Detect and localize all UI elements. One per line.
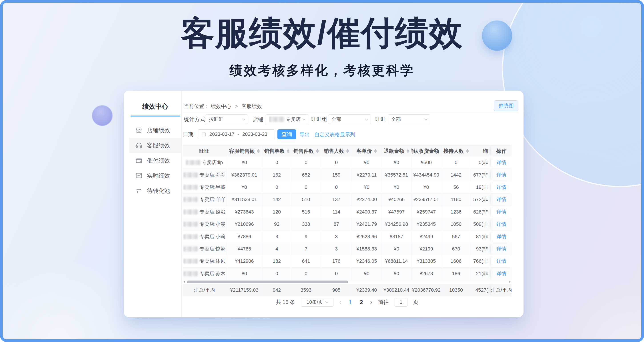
sort-icon[interactable] [287, 149, 290, 153]
detail-link[interactable]: 详情 [496, 221, 506, 228]
cell: ¥34256.98 [382, 218, 412, 230]
redacted-text [184, 222, 198, 227]
filter-label-2: 旺旺组 [311, 114, 327, 124]
horizontal-scrollbar[interactable]: ◂ ▸ [183, 280, 512, 284]
detail-link[interactable]: 详情 [496, 233, 506, 240]
cell: 81(非 [471, 230, 491, 242]
breadcrumb-current: 客服绩效 [242, 103, 262, 109]
sort-icon[interactable] [374, 149, 377, 153]
column-header-销售单数[interactable]: 销售单数 [262, 145, 291, 156]
filter-select-2[interactable]: 全部 [328, 114, 371, 124]
cell: ¥0 [226, 181, 262, 193]
select-value: 全部 [332, 116, 341, 123]
column-header-销售件数[interactable]: 销售件数 [291, 145, 321, 156]
decor-ball-purple [92, 105, 112, 126]
cell: ¥273643 [226, 206, 262, 218]
sort-icon[interactable] [406, 149, 409, 153]
column-header-接待人数[interactable]: 接待人数 [441, 145, 471, 156]
breadcrumb-root[interactable]: 绩效中心 [211, 103, 231, 109]
summary-cell: ¥2117159.03 [226, 284, 262, 296]
detail-link[interactable]: 详情 [496, 270, 506, 277]
cell: ¥2279.11 [352, 169, 382, 181]
page-number-list: 12 [347, 299, 364, 305]
detail-link[interactable]: 详情 [496, 196, 506, 203]
cell: 186 [441, 268, 471, 280]
sort-icon[interactable] [316, 149, 319, 153]
prev-page-button[interactable]: ‹ [339, 298, 341, 307]
summary-cell: 4527( [471, 284, 491, 296]
sort-icon[interactable] [257, 149, 260, 153]
cell: 516 [291, 206, 321, 218]
wangwang-name: 专卖店:嫦娥 [200, 209, 225, 215]
cell: 3 [262, 230, 291, 242]
page-size-select[interactable]: 10条/页 [301, 298, 334, 307]
redacted-text [184, 210, 198, 214]
date-separator: - [238, 131, 239, 137]
scrollbar-thumb[interactable] [187, 281, 348, 283]
cell: ¥0 [352, 156, 382, 168]
cell: 92 [262, 218, 291, 230]
cell: ¥259747 [412, 206, 441, 218]
column-header-退款金额[interactable]: 退款金额 [382, 145, 412, 156]
scrollbar-left-arrow-icon[interactable]: ◂ [183, 280, 185, 284]
cell: 4 [262, 243, 291, 255]
sort-icon[interactable] [346, 149, 349, 153]
detail-link[interactable]: 详情 [496, 184, 506, 191]
filter-label-1: 店铺 [253, 114, 264, 124]
date-range-input[interactable]: 2023-03-17 - 2023-03-23 [198, 129, 275, 139]
detail-link[interactable]: 详情 [496, 209, 506, 215]
cell: 7 [291, 243, 321, 255]
swap-arrows-icon [136, 187, 142, 194]
column-header-客单价[interactable]: 客单价 [352, 145, 382, 156]
column-header-客服销售额[interactable]: 客服销售额 [226, 145, 262, 156]
cell: ¥0 [382, 156, 412, 168]
wangwang-name-cell: 专卖店:吖吖 [183, 194, 226, 206]
filter-label-3: 旺旺 [375, 114, 386, 124]
detail-link[interactable]: 详情 [496, 246, 506, 252]
cell: 652 [291, 169, 321, 181]
cell: 159 [321, 169, 352, 181]
sort-icon[interactable] [466, 149, 469, 153]
calendar-icon [202, 132, 206, 137]
trend-chart-button[interactable]: 趋势图 [494, 100, 518, 111]
cell: 176 [321, 255, 352, 267]
detail-link[interactable]: 详情 [496, 159, 506, 166]
column-label: 操作 [496, 148, 506, 154]
search-button[interactable]: 查询 [278, 129, 296, 139]
detail-link[interactable]: 详情 [496, 258, 506, 265]
export-link[interactable]: 导出 [300, 131, 310, 138]
wangwang-name-cell: 专卖店:半藏 [183, 181, 226, 193]
scrollbar-right-arrow-icon[interactable]: ▸ [509, 280, 511, 284]
goto-page-input[interactable] [394, 298, 408, 307]
performance-table: 旺旺客服销售额销售单数销售件数销售人数客单价退款金额确认收货金额接待人数询操作 … [183, 145, 512, 296]
sidebar-item-2[interactable]: 催付绩效 [129, 153, 182, 168]
chevron-down-icon [242, 117, 245, 120]
filter-select-1[interactable]: 专卖店 [266, 114, 308, 124]
sidebar-title: 绩效中心 [129, 102, 182, 111]
sidebar-item-1[interactable]: 客服绩效 [129, 138, 182, 153]
cell: ¥47597 [382, 206, 412, 218]
detail-link[interactable]: 详情 [496, 172, 506, 178]
page-number-2[interactable]: 2 [358, 299, 364, 305]
cell: 120 [262, 206, 291, 218]
next-page-button[interactable]: › [370, 298, 372, 307]
column-header-销售人数[interactable]: 销售人数 [321, 145, 352, 156]
summary-cell: ¥2036770.92 [412, 284, 441, 296]
cell: ¥2628.66 [352, 230, 382, 242]
cell: 1606 [441, 255, 471, 267]
filter-select-0[interactable]: 按旺旺 [206, 114, 248, 124]
sidebar-item-4[interactable]: 待转化池 [129, 183, 182, 198]
customize-columns-link[interactable]: 自定义表格显示列 [314, 131, 355, 138]
cell: ¥2274.00 [352, 194, 382, 206]
sidebar-item-3[interactable]: 实时绩效 [129, 168, 182, 183]
cell: 1236 [441, 206, 471, 218]
wangwang-name-cell: 专卖店:沐风 [183, 255, 226, 267]
chevron-down-icon [302, 117, 306, 120]
wangwang-name: 专卖店:沐风 [200, 258, 225, 265]
sidebar-item-0[interactable]: 店铺绩效 [129, 123, 182, 138]
page-number-1[interactable]: 1 [347, 299, 354, 305]
date-filter-label: 日期 [183, 129, 194, 139]
filter-select-3[interactable]: 全部 [388, 114, 430, 124]
column-header-确认收货金额[interactable]: 确认收货金额 [412, 145, 441, 156]
summary-cell: 10350 [441, 284, 471, 296]
